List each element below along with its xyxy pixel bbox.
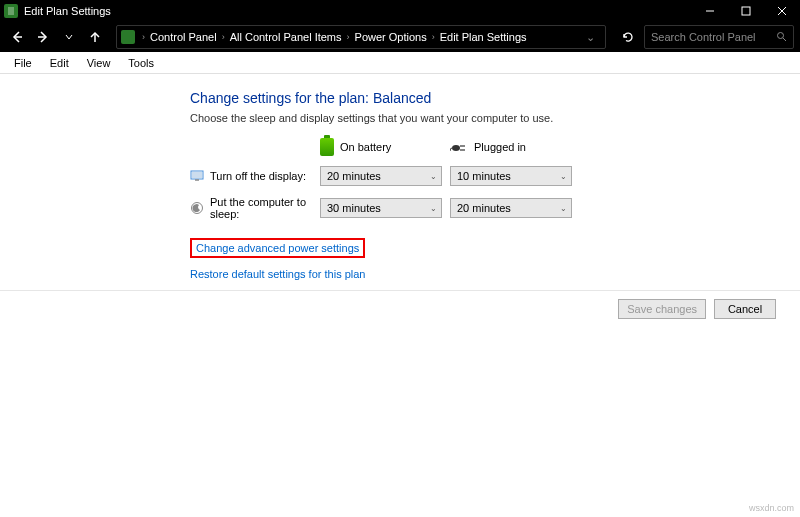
recent-dropdown-icon[interactable] [58,26,80,48]
plug-icon [450,142,468,152]
menubar: File Edit View Tools [0,52,800,74]
save-button[interactable]: Save changes [618,299,706,319]
cancel-button[interactable]: Cancel [714,299,776,319]
search-icon [776,31,787,44]
setting-row-display: Turn off the display: 20 minutes ⌄ 10 mi… [190,166,776,186]
svg-line-9 [783,38,786,41]
battery-label: On battery [340,141,391,153]
forward-button[interactable] [32,26,54,48]
menu-edit[interactable]: Edit [42,55,77,71]
window-controls [692,0,800,22]
minimize-button[interactable] [692,0,728,22]
up-button[interactable] [84,26,106,48]
breadcrumb-dropdown-icon[interactable]: ⌄ [580,31,601,44]
plugged-label: Plugged in [474,141,526,153]
svg-point-10 [452,145,460,151]
page-description: Choose the sleep and display settings th… [190,112,776,124]
svg-point-8 [778,32,784,38]
svg-rect-2 [742,7,750,15]
refresh-button[interactable] [616,30,640,44]
navbar: › Control Panel › All Control Panel Item… [0,22,800,52]
sleep-battery-dropdown[interactable]: 30 minutes ⌄ [320,198,442,218]
chevron-down-icon: ⌄ [560,204,567,213]
breadcrumb-item[interactable]: Edit Plan Settings [438,31,529,43]
breadcrumb-item[interactable]: Control Panel [148,31,219,43]
chevron-down-icon: ⌄ [430,204,437,213]
sleep-icon [190,201,204,215]
titlebar: Edit Plan Settings [0,0,800,22]
chevron-down-icon: ⌄ [430,172,437,181]
search-placeholder: Search Control Panel [651,31,776,43]
column-headers: On battery Plugged in [190,138,776,156]
battery-column-header: On battery [320,138,450,156]
back-button[interactable] [6,26,28,48]
chevron-right-icon[interactable]: › [429,32,438,42]
breadcrumb[interactable]: › Control Panel › All Control Panel Item… [116,25,606,49]
control-panel-icon [121,30,135,44]
highlight-box: Change advanced power settings [190,238,365,258]
close-button[interactable] [764,0,800,22]
display-plugged-dropdown[interactable]: 10 minutes ⌄ [450,166,572,186]
setting-label: Put the computer to sleep: [190,196,320,220]
setting-row-sleep: Put the computer to sleep: 30 minutes ⌄ … [190,196,776,220]
chevron-right-icon[interactable]: › [219,32,228,42]
svg-rect-0 [8,7,14,15]
menu-tools[interactable]: Tools [120,55,162,71]
app-icon [4,4,18,18]
links-section: Change advanced power settings Restore d… [190,238,776,280]
chevron-right-icon[interactable]: › [139,32,148,42]
display-battery-dropdown[interactable]: 20 minutes ⌄ [320,166,442,186]
restore-defaults-link[interactable]: Restore default settings for this plan [190,268,365,280]
window-title: Edit Plan Settings [24,5,692,17]
display-icon [190,169,204,183]
advanced-settings-link[interactable]: Change advanced power settings [196,242,359,254]
maximize-button[interactable] [728,0,764,22]
menu-view[interactable]: View [79,55,119,71]
sleep-plugged-dropdown[interactable]: 20 minutes ⌄ [450,198,572,218]
plugged-column-header: Plugged in [450,141,580,153]
svg-rect-14 [192,172,202,178]
page-title: Change settings for the plan: Balanced [190,90,776,106]
chevron-down-icon: ⌄ [560,172,567,181]
breadcrumb-item[interactable]: All Control Panel Items [228,31,344,43]
setting-label: Turn off the display: [190,169,320,183]
breadcrumb-item[interactable]: Power Options [353,31,429,43]
menu-file[interactable]: File [6,55,40,71]
battery-icon [320,138,334,156]
chevron-right-icon[interactable]: › [344,32,353,42]
content-area: Change settings for the plan: Balanced C… [0,74,800,280]
search-input[interactable]: Search Control Panel [644,25,794,49]
watermark: wsxdn.com [749,503,794,513]
footer-buttons: Save changes Cancel [0,290,800,319]
